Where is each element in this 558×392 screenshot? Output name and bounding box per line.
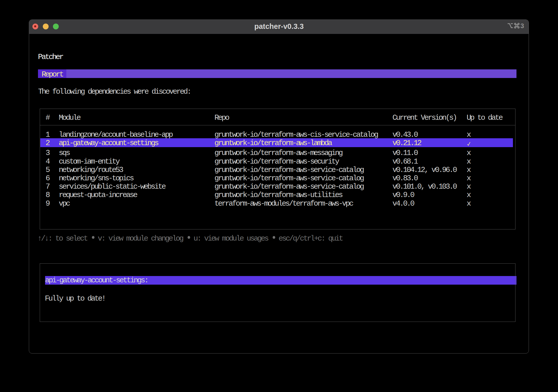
svg-text:3: 3 <box>521 23 524 29</box>
